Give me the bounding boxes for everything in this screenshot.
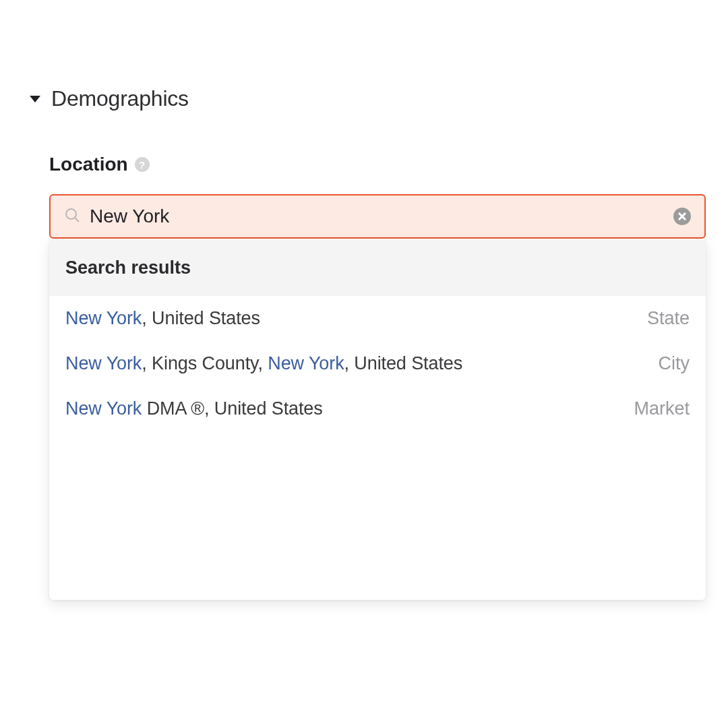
caret-down-icon [30, 96, 40, 102]
result-type: City [659, 353, 690, 374]
svg-point-0 [66, 209, 76, 219]
location-search-field[interactable] [49, 194, 706, 239]
location-label-row: Location ? [49, 154, 150, 175]
results-list: New York, United StatesStateNew York, Ki… [49, 296, 706, 431]
svg-line-1 [75, 218, 79, 222]
help-icon[interactable]: ? [135, 157, 150, 172]
result-row[interactable]: New York, Kings County, New York, United… [49, 341, 706, 386]
location-search-input[interactable] [90, 206, 664, 227]
result-row[interactable]: New York DMA ®, United StatesMarket [49, 386, 706, 431]
result-type: Market [634, 398, 690, 419]
result-text: New York, United States [65, 308, 260, 329]
result-row[interactable]: New York, United StatesState [49, 296, 706, 341]
search-icon [64, 207, 80, 226]
demographics-section-toggle[interactable]: Demographics [30, 86, 189, 111]
result-text: New York, Kings County, New York, United… [65, 353, 462, 374]
location-label: Location [49, 154, 128, 175]
clear-search-button[interactable] [673, 208, 691, 225]
result-type: State [647, 308, 690, 329]
result-text: New York DMA ®, United States [65, 398, 323, 419]
results-header: Search results [49, 240, 706, 296]
location-results-dropdown: Search results New York, United StatesSt… [49, 240, 706, 600]
section-title: Demographics [51, 86, 189, 111]
